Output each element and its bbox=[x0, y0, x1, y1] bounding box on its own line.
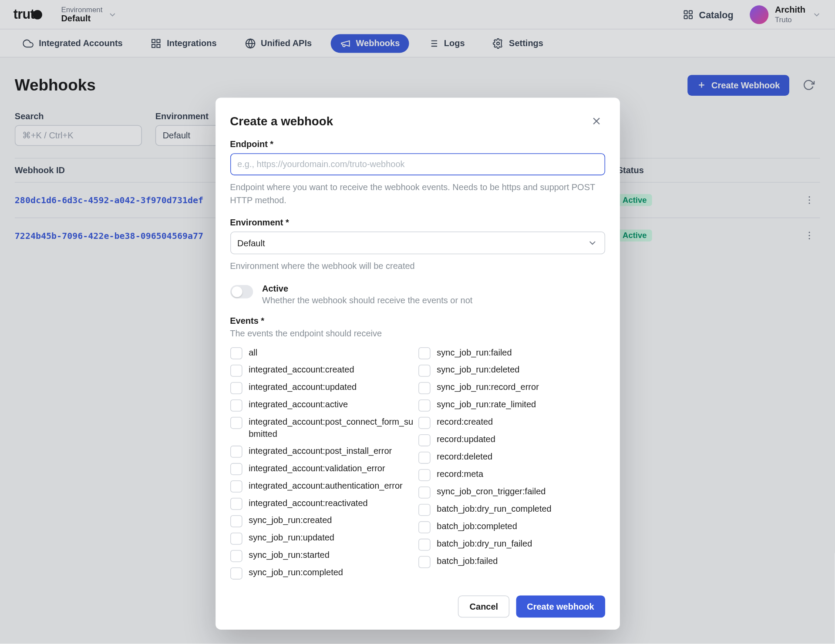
event-checkbox-item[interactable]: record:meta bbox=[418, 468, 605, 481]
event-checkbox-item[interactable]: sync_job_cron_trigger:failed bbox=[418, 486, 605, 498]
checkbox[interactable] bbox=[418, 399, 430, 412]
event-label: integrated_account:created bbox=[249, 364, 354, 376]
event-checkbox-item[interactable]: sync_job_run:rate_limited bbox=[418, 399, 605, 411]
submit-button[interactable]: Create webhook bbox=[516, 596, 605, 618]
environment-help: Environment where the webhook will be cr… bbox=[230, 260, 605, 273]
checkbox[interactable] bbox=[418, 347, 430, 359]
endpoint-help: Endpoint where you want to receive the w… bbox=[230, 181, 605, 207]
event-checkbox-item[interactable]: sync_job_run:updated bbox=[230, 532, 417, 545]
event-label: sync_job_run:started bbox=[249, 550, 330, 562]
event-label: batch_job:dry_run_failed bbox=[437, 538, 532, 550]
event-checkbox-item[interactable]: sync_job_run:started bbox=[230, 550, 417, 562]
checkbox[interactable] bbox=[230, 399, 242, 412]
events-help: The events the endpoint should receive bbox=[230, 327, 605, 340]
checkbox[interactable] bbox=[418, 486, 430, 499]
modal-overlay[interactable]: Create a webhook Endpoint * Endpoint whe… bbox=[0, 0, 835, 644]
endpoint-input[interactable] bbox=[230, 153, 605, 175]
event-label: integrated_account:authentication_error bbox=[249, 480, 402, 492]
endpoint-label: Endpoint * bbox=[230, 139, 605, 149]
checkbox[interactable] bbox=[230, 347, 242, 359]
chevron-down-icon bbox=[587, 238, 598, 248]
event-checkbox-item[interactable]: integrated_account:authentication_error bbox=[230, 480, 417, 493]
environment-label: Environment * bbox=[230, 218, 605, 228]
event-checkbox-item[interactable]: record:deleted bbox=[418, 451, 605, 463]
event-label: integrated_account:post_install_error bbox=[249, 445, 392, 457]
event-label: sync_job_run:record_error bbox=[437, 381, 539, 393]
checkbox[interactable] bbox=[418, 539, 430, 551]
event-label: integrated_account:reactivated bbox=[249, 497, 367, 510]
checkbox[interactable] bbox=[418, 365, 430, 377]
event-checkbox-item[interactable]: integrated_account:post_install_error bbox=[230, 445, 417, 458]
event-label: sync_job_run:failed bbox=[437, 347, 512, 359]
event-label: record:created bbox=[437, 416, 493, 428]
checkbox[interactable] bbox=[230, 550, 242, 563]
checkbox[interactable] bbox=[418, 556, 430, 568]
checkbox[interactable] bbox=[230, 463, 242, 476]
checkbox[interactable] bbox=[418, 382, 430, 394]
event-label: sync_job_cron_trigger:failed bbox=[437, 486, 545, 498]
event-checkbox-item[interactable]: sync_job_run:failed bbox=[418, 347, 605, 359]
active-toggle[interactable] bbox=[230, 285, 253, 298]
event-label: sync_job_run:completed bbox=[249, 567, 343, 579]
environment-select[interactable]: Default bbox=[230, 231, 605, 254]
event-checkbox-item[interactable]: sync_job_run:deleted bbox=[418, 364, 605, 377]
event-label: integrated_account:post_connect_form_sub… bbox=[249, 416, 417, 440]
events-list: allintegrated_account:createdintegrated_… bbox=[230, 347, 605, 580]
modal-title: Create a webhook bbox=[230, 114, 587, 128]
event-checkbox-item[interactable]: record:updated bbox=[418, 433, 605, 446]
active-label: Active bbox=[262, 283, 472, 293]
event-label: all bbox=[249, 347, 257, 359]
active-description: Whether the webhook should receive the e… bbox=[262, 295, 472, 305]
event-label: batch_job:completed bbox=[437, 520, 517, 533]
event-checkbox-item[interactable]: integrated_account:updated bbox=[230, 381, 417, 394]
event-checkbox-item[interactable]: batch_job:dry_run_failed bbox=[418, 538, 605, 550]
event-checkbox-item[interactable]: batch_job:failed bbox=[418, 555, 605, 568]
checkbox[interactable] bbox=[230, 365, 242, 377]
event-checkbox-item[interactable]: integrated_account:post_connect_form_sub… bbox=[230, 416, 417, 440]
event-label: record:updated bbox=[437, 433, 495, 446]
event-checkbox-item[interactable]: batch_job:completed bbox=[418, 520, 605, 533]
event-checkbox-item[interactable]: integrated_account:validation_error bbox=[230, 463, 417, 475]
event-label: sync_job_run:created bbox=[249, 515, 332, 527]
event-label: integrated_account:active bbox=[249, 399, 348, 411]
checkbox[interactable] bbox=[418, 504, 430, 516]
checkbox[interactable] bbox=[230, 417, 242, 429]
checkbox[interactable] bbox=[230, 498, 242, 510]
event-checkbox-item[interactable]: sync_job_run:record_error bbox=[418, 381, 605, 394]
checkbox[interactable] bbox=[418, 434, 430, 446]
checkbox[interactable] bbox=[230, 568, 242, 580]
select-value: Default bbox=[237, 238, 265, 248]
cancel-button[interactable]: Cancel bbox=[458, 596, 509, 618]
close-icon bbox=[590, 115, 602, 127]
event-checkbox-item[interactable]: record:created bbox=[418, 416, 605, 429]
event-label: record:deleted bbox=[437, 451, 492, 463]
checkbox[interactable] bbox=[230, 516, 242, 528]
event-label: sync_job_run:rate_limited bbox=[437, 399, 536, 411]
event-checkbox-item[interactable]: integrated_account:created bbox=[230, 364, 417, 377]
checkbox[interactable] bbox=[230, 382, 242, 394]
create-webhook-modal: Create a webhook Endpoint * Endpoint whe… bbox=[215, 98, 620, 630]
checkbox[interactable] bbox=[230, 533, 242, 545]
event-checkbox-item[interactable]: all bbox=[230, 347, 417, 359]
event-label: integrated_account:validation_error bbox=[249, 463, 385, 475]
events-label: Events * bbox=[230, 315, 605, 325]
event-checkbox-item[interactable]: sync_job_run:created bbox=[230, 515, 417, 527]
checkbox[interactable] bbox=[418, 469, 430, 481]
event-label: record:meta bbox=[437, 468, 483, 480]
event-label: batch_job:dry_run_completed bbox=[437, 503, 551, 515]
event-checkbox-item[interactable]: sync_job_run:completed bbox=[230, 567, 417, 580]
event-label: sync_job_run:deleted bbox=[437, 364, 519, 376]
checkbox[interactable] bbox=[230, 446, 242, 458]
close-button[interactable] bbox=[587, 112, 605, 130]
checkbox[interactable] bbox=[418, 521, 430, 533]
checkbox[interactable] bbox=[418, 417, 430, 429]
event-checkbox-item[interactable]: batch_job:dry_run_completed bbox=[418, 503, 605, 516]
event-checkbox-item[interactable]: integrated_account:reactivated bbox=[230, 497, 417, 510]
event-label: integrated_account:updated bbox=[249, 381, 357, 393]
event-label: batch_job:failed bbox=[437, 555, 498, 567]
checkbox[interactable] bbox=[418, 452, 430, 464]
event-label: sync_job_run:updated bbox=[249, 532, 334, 544]
checkbox[interactable] bbox=[230, 481, 242, 493]
event-checkbox-item[interactable]: integrated_account:active bbox=[230, 399, 417, 411]
